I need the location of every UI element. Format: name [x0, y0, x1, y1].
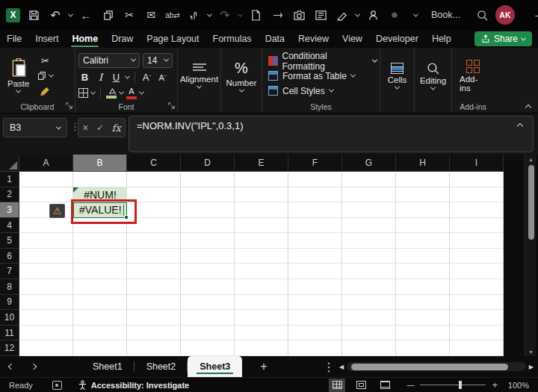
underline-dropdown-icon[interactable] — [125, 74, 130, 79]
row-header[interactable]: 5 — [0, 233, 19, 249]
font-dialog-launcher-icon[interactable] — [168, 102, 175, 111]
ribbon-tab[interactable]: View — [336, 30, 369, 48]
cut-button[interactable]: ✂ — [37, 54, 53, 67]
zoom-out-button[interactable]: — — [406, 381, 414, 389]
underline-button[interactable]: U — [110, 71, 123, 84]
column-header[interactable]: H — [396, 155, 450, 172]
row-header[interactable]: 2 — [0, 187, 19, 203]
formula-input[interactable]: =NORM.INV("IPL",0.3,1) — [129, 116, 534, 152]
format-painter-button[interactable] — [37, 84, 53, 98]
row-header[interactable]: 11 — [0, 326, 19, 341]
back-icon[interactable]: ← — [78, 7, 94, 23]
touch-mode-dropdown-icon[interactable] — [207, 11, 212, 16]
new-file-icon[interactable] — [247, 7, 264, 23]
ribbon-tab[interactable]: Data — [259, 30, 291, 48]
row-header[interactable]: 8 — [0, 279, 19, 295]
scroll-right-icon[interactable]: ▶ — [529, 364, 534, 370]
ribbon-tab[interactable]: Review — [291, 30, 336, 48]
borders-dropdown-icon[interactable] — [90, 90, 96, 95]
editing-button[interactable]: Editing — [415, 60, 451, 92]
alignment-button[interactable]: Alignment — [176, 61, 223, 90]
clipboard-dialog-launcher-icon[interactable] — [66, 102, 72, 111]
copy-button[interactable] — [37, 71, 53, 81]
paste-button[interactable]: Paste — [3, 51, 34, 101]
font-name-select[interactable]: Calibri — [78, 53, 140, 68]
minimize-button[interactable]: — — [525, 0, 538, 30]
cancel-entry-button[interactable]: × — [82, 122, 88, 134]
column-header[interactable]: C — [127, 155, 181, 172]
font-color-button[interactable]: A — [126, 87, 137, 99]
scroll-left-icon[interactable]: ◀ — [339, 364, 344, 370]
horizontal-scroll-thumb[interactable] — [351, 364, 508, 370]
ribbon-tab[interactable]: Draw — [105, 30, 140, 48]
ribbon-tab[interactable]: Formulas — [206, 30, 259, 48]
new-sheet-button[interactable]: + — [260, 360, 267, 373]
collapse-ribbon-icon[interactable] — [525, 105, 531, 111]
ribbon-tab[interactable]: Home — [65, 30, 105, 48]
conditional-formatting-button[interactable]: Conditional Formatting — [268, 54, 377, 69]
row-header[interactable]: 9 — [0, 295, 19, 311]
select-all-button[interactable] — [0, 155, 19, 172]
horizontal-scrollbar[interactable]: ◀ ▶ — [339, 362, 534, 371]
row-header[interactable]: 3 — [0, 202, 19, 218]
ribbon-tab[interactable]: Help — [425, 30, 458, 48]
row-header[interactable]: 10 — [0, 310, 19, 326]
ribbon-tab[interactable]: Developer — [369, 30, 425, 48]
sheet-tab[interactable]: Sheet2 — [134, 356, 188, 377]
collapse-formula-bar-icon[interactable] — [517, 123, 523, 129]
copy-icon[interactable] — [99, 7, 116, 23]
format-as-table-button[interactable]: Format as Table — [268, 69, 377, 84]
vertical-scroll-thumb[interactable] — [528, 165, 534, 240]
column-header[interactable]: B — [73, 155, 127, 172]
column-header[interactable]: E — [235, 155, 288, 172]
ink-dropdown-icon[interactable] — [355, 11, 360, 16]
sheet-tab[interactable]: Sheet3 — [188, 356, 242, 377]
camera-icon[interactable] — [291, 7, 307, 23]
scroll-down-icon[interactable]: ▼ — [525, 347, 537, 356]
ink-signature-icon[interactable] — [334, 7, 350, 23]
email-icon[interactable]: ✉ — [143, 7, 159, 23]
record-icon[interactable]: ● — [386, 7, 403, 23]
sheet-more-icon[interactable]: ⋮ — [323, 360, 335, 374]
row-header[interactable]: 1 — [0, 172, 19, 187]
font-color-dropdown-icon[interactable] — [139, 90, 144, 95]
ribbon-tab[interactable]: File — [0, 30, 28, 48]
column-header[interactable]: D — [181, 155, 235, 172]
column-header[interactable]: A — [19, 155, 73, 172]
row-header[interactable]: 4 — [0, 218, 19, 234]
page-layout-view-button[interactable] — [353, 379, 369, 392]
number-button[interactable]: % Number — [222, 58, 262, 94]
column-header[interactable]: G — [342, 155, 396, 172]
zoom-slider-thumb[interactable] — [459, 381, 462, 389]
save-icon[interactable] — [25, 7, 42, 23]
zoom-slider[interactable] — [420, 385, 486, 386]
column-header[interactable]: I — [450, 155, 504, 172]
accessibility-status[interactable]: Accessibility: Investigate — [78, 380, 189, 390]
sheet-next-icon[interactable] — [22, 364, 45, 369]
page-break-view-button[interactable] — [377, 379, 393, 392]
account-avatar[interactable]: AK — [495, 5, 515, 25]
font-size-select[interactable]: 14 — [143, 53, 173, 68]
row-header[interactable]: 12 — [0, 340, 19, 356]
bold-button[interactable]: B — [78, 71, 91, 84]
scroll-up-icon[interactable]: ▲ — [525, 155, 537, 164]
undo-icon[interactable]: ↶ — [47, 7, 64, 23]
row-header[interactable]: 6 — [0, 249, 19, 264]
row-header[interactable]: 7 — [0, 264, 19, 279]
ribbon-tab[interactable]: Page Layout — [140, 30, 205, 48]
ribbon-tab[interactable]: Insert — [28, 30, 65, 48]
addins-button[interactable]: Add-ins — [455, 58, 491, 94]
replace-icon[interactable]: ab⇄ — [164, 7, 181, 23]
cells-button[interactable]: Cells — [383, 61, 412, 91]
draw-tool-icon[interactable] — [269, 7, 285, 23]
vertical-scrollbar[interactable]: ▲ ▼ — [525, 155, 536, 356]
cell-styles-button[interactable]: Cell Styles — [268, 84, 377, 99]
touch-mode-icon[interactable] — [186, 7, 202, 23]
sheet-prev-icon[interactable] — [0, 364, 22, 369]
cut-icon[interactable]: ✂ — [121, 7, 137, 23]
search-icon[interactable] — [477, 7, 488, 23]
fill-color-button[interactable] — [106, 88, 117, 99]
grow-font-button[interactable]: Aˆ — [140, 71, 153, 84]
zoom-in-button[interactable]: + — [492, 379, 498, 391]
italic-button[interactable]: I — [94, 71, 107, 84]
